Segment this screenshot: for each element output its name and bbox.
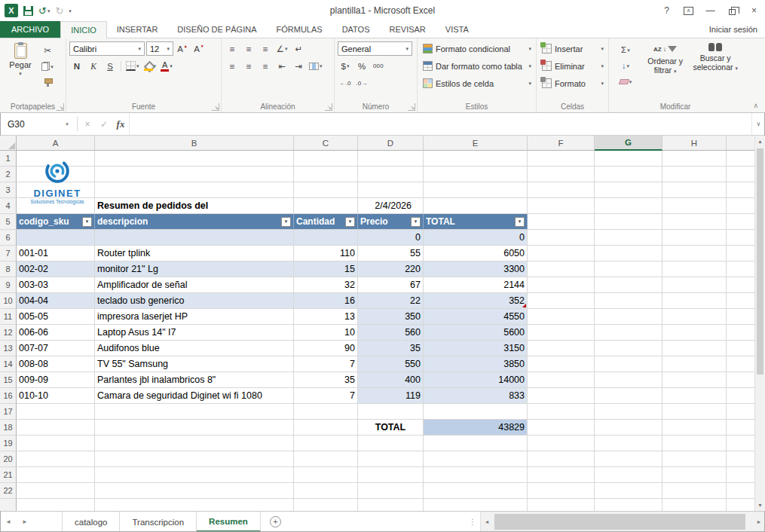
cell-C16[interactable]: 7 — [294, 388, 358, 404]
align-center-button[interactable]: ≡ — [241, 60, 256, 73]
vertical-scrollbar-track[interactable] — [755, 147, 765, 500]
column-header-A[interactable]: A — [17, 136, 95, 151]
merge-center-button[interactable]: ▾ — [308, 60, 324, 73]
undo-button[interactable]: ↺▾ — [38, 5, 50, 17]
filter-button[interactable]: ▼ — [515, 217, 525, 227]
select-all-corner[interactable] — [0, 136, 17, 151]
filter-button[interactable]: ▼ — [411, 217, 421, 227]
align-middle-button[interactable]: ≡ — [241, 42, 256, 56]
cell-styles-button[interactable]: Estilos de celda ▾ — [421, 75, 534, 91]
cell-H6[interactable] — [662, 230, 727, 246]
cell-C1[interactable] — [294, 151, 358, 167]
tab-datos[interactable]: DATOS — [332, 21, 380, 38]
cell-A22[interactable] — [17, 483, 95, 499]
row-header-10[interactable]: 10 — [0, 293, 17, 309]
cell-A11[interactable]: 005-05 — [17, 309, 95, 325]
cell-D12[interactable]: 560 — [358, 325, 424, 341]
tab-vista[interactable]: VISTA — [436, 21, 479, 38]
cell-H15[interactable] — [662, 372, 727, 388]
row-header-8[interactable]: 8 — [0, 261, 17, 277]
cell-A1[interactable] — [17, 151, 95, 167]
horizontal-scrollbar-thumb[interactable] — [494, 514, 745, 530]
column-header-D[interactable]: D — [358, 136, 424, 151]
cell-A14[interactable]: 008-08 — [17, 356, 95, 372]
cell-G17[interactable] — [595, 404, 662, 420]
cell-H19[interactable] — [662, 436, 727, 451]
cell-H7[interactable] — [662, 246, 727, 261]
cell-B6[interactable] — [95, 230, 294, 246]
column-header-C[interactable]: C — [294, 136, 358, 151]
fill-color-button[interactable]: ▾ — [142, 60, 158, 73]
autosum-dropdown-icon[interactable]: ▾ — [627, 47, 630, 53]
formula-input[interactable] — [129, 113, 751, 135]
number-dialog-launcher[interactable]: ↘ — [408, 103, 415, 111]
cell-G5[interactable] — [595, 214, 662, 230]
cell-F3[interactable] — [528, 182, 595, 198]
cell-D2[interactable] — [358, 167, 424, 182]
bold-button[interactable]: N — [69, 60, 84, 73]
cell-H21[interactable] — [662, 467, 727, 483]
cell-G14[interactable] — [595, 356, 662, 372]
cell-D21[interactable] — [358, 467, 424, 483]
cell-A18[interactable] — [17, 420, 95, 436]
format-cells-button[interactable]: Formato ▾ — [540, 75, 606, 91]
row-header-14[interactable]: 14 — [0, 356, 17, 372]
row-header-17[interactable]: 17 — [0, 404, 17, 420]
cell-B12[interactable]: Laptop Asus 14" I7 — [95, 325, 294, 341]
row-header-1[interactable]: 1 — [0, 151, 17, 167]
cell-H22[interactable] — [662, 483, 727, 499]
cell-D8[interactable]: 220 — [358, 261, 424, 277]
orientation-dropdown-icon[interactable]: ▾ — [285, 46, 288, 51]
column-header-B[interactable]: B — [95, 136, 294, 151]
cell-B14[interactable]: TV 55" Samsung — [95, 356, 294, 372]
cell-A10[interactable]: 004-04 — [17, 293, 95, 309]
increase-decimal-button[interactable]: ←.0 — [338, 77, 353, 90]
find-select-button[interactable]: Buscar yseleccionar ▾ — [691, 41, 739, 101]
cell-C11[interactable]: 13 — [294, 309, 358, 325]
cell-E22[interactable] — [424, 483, 528, 499]
cell-E2[interactable] — [424, 167, 528, 182]
minimize-icon[interactable]: — — [699, 0, 721, 21]
cell-D14[interactable]: 550 — [358, 356, 424, 372]
cell-B23[interactable] — [95, 499, 294, 511]
cell-F20[interactable] — [528, 451, 595, 467]
font-size-select[interactable]: 12▾ — [146, 41, 173, 56]
cell-E23[interactable] — [424, 499, 528, 511]
cell-D20[interactable] — [358, 451, 424, 467]
cell-G23[interactable] — [595, 499, 662, 511]
copy-button[interactable]: ▾ — [40, 60, 55, 73]
cell-F19[interactable] — [528, 436, 595, 451]
scroll-up-icon[interactable]: ▲ — [755, 136, 765, 147]
cell-G3[interactable] — [595, 182, 662, 198]
cell-B17[interactable] — [95, 404, 294, 420]
cell-F6[interactable] — [528, 230, 595, 246]
comma-style-button[interactable]: 000 — [371, 60, 386, 73]
cell-G18[interactable] — [595, 420, 662, 436]
cell-C22[interactable] — [294, 483, 358, 499]
cell-F7[interactable] — [528, 246, 595, 261]
row-header-3[interactable]: 3 — [0, 182, 17, 198]
cell-C9[interactable]: 32 — [294, 277, 358, 293]
tab-revisar[interactable]: REVISAR — [380, 21, 436, 38]
cell-F4[interactable] — [528, 198, 595, 214]
cell-A16[interactable]: 010-10 — [17, 388, 95, 404]
cell-A6[interactable] — [17, 230, 95, 246]
cell-B16[interactable]: Camara de seguridad Diginet wi fi 1080 — [95, 388, 294, 404]
cell-D5[interactable]: Precio▼ — [358, 214, 424, 230]
cell-E10[interactable]: 352 — [424, 293, 528, 309]
merge-dropdown-icon[interactable]: ▾ — [320, 63, 323, 69]
cell-E11[interactable]: 4550 — [424, 309, 528, 325]
cell-B9[interactable]: Amplificador de señal — [95, 277, 294, 293]
cut-button[interactable]: ✂ — [40, 44, 55, 57]
collapse-ribbon-icon[interactable]: ∧ — [753, 102, 758, 109]
align-right-button[interactable]: ≡ — [258, 60, 273, 73]
cell-C2[interactable] — [294, 167, 358, 182]
cell-F17[interactable] — [528, 404, 595, 420]
cell-G7[interactable] — [595, 246, 662, 261]
cell-B4[interactable]: Resumen de pedidos del — [95, 198, 294, 214]
cell-E14[interactable]: 3850 — [424, 356, 528, 372]
cell-D9[interactable]: 67 — [358, 277, 424, 293]
cell-H8[interactable] — [662, 261, 727, 277]
cell-E4[interactable] — [424, 198, 528, 214]
row-header-11[interactable]: 11 — [0, 309, 17, 325]
